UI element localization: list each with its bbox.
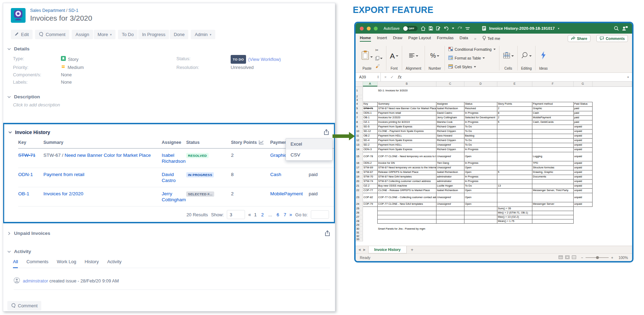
cell-points[interactable] xyxy=(497,193,532,202)
cell[interactable] xyxy=(573,206,592,211)
cell-assignee[interactable]: Unassigned xyxy=(436,152,464,161)
cell[interactable] xyxy=(573,238,592,241)
cell[interactable] xyxy=(363,227,377,231)
zoom-slider[interactable] xyxy=(586,257,609,258)
cell[interactable] xyxy=(363,238,377,241)
column-header-G[interactable]: G xyxy=(573,82,592,86)
cell-points[interactable] xyxy=(497,188,532,193)
cell[interactable] xyxy=(363,234,377,238)
cell[interactable] xyxy=(377,98,436,102)
cell[interactable] xyxy=(377,211,436,215)
ribbon-tab-insert[interactable]: Insert xyxy=(377,36,387,42)
payment-link[interactable]: Graphic xyxy=(270,153,287,158)
cell-summary[interactable]: Payment from Spate Express xyxy=(377,147,436,152)
cell[interactable] xyxy=(436,211,464,215)
row-header-14[interactable]: 14 xyxy=(356,147,363,152)
cell-paid[interactable]: paid xyxy=(573,111,592,115)
cell-status[interactable]: To Do xyxy=(464,138,497,143)
pagination-page-2[interactable]: 2 xyxy=(261,212,264,217)
cell-summary[interactable]: Buy new ODSS machine xyxy=(377,184,436,188)
cell[interactable] xyxy=(464,223,497,227)
cell-assignee[interactable]: Unassigned xyxy=(436,202,464,206)
cell-summary[interactable]: STW-67 Collecting customer contact addre… xyxy=(377,179,436,184)
cell-summary[interactable]: COP-77 CLONE - Need temporary vm access … xyxy=(377,152,436,161)
toolbar-button-done[interactable]: Done xyxy=(170,30,188,39)
cell[interactable] xyxy=(532,238,573,241)
cell-summary[interactable]: Payment from retail xyxy=(377,111,436,115)
ribbon-tab-home[interactable]: Home xyxy=(360,36,371,42)
activity-tab-history[interactable]: History xyxy=(85,259,99,265)
cell-payment[interactable]: Documents xyxy=(532,175,573,179)
cell-stat[interactable]: Mean() = 1.75 xyxy=(497,219,532,223)
cell-status[interactable]: To Do xyxy=(464,125,497,129)
cell-paid[interactable]: unpaid xyxy=(573,202,592,206)
cell-paid[interactable]: unpaid xyxy=(573,125,592,129)
footer-note-cell[interactable]: Smart Panels for Jira - Powered by mgm xyxy=(377,227,592,231)
cell[interactable] xyxy=(436,223,464,227)
cell-points[interactable]: 5 xyxy=(497,170,532,175)
details-section-header[interactable]: Details xyxy=(7,46,335,51)
activity-tab-comments[interactable]: Comments xyxy=(26,259,48,265)
summary-link[interactable]: Payment from retail xyxy=(43,172,84,177)
cell-points[interactable] xyxy=(497,175,532,179)
cell[interactable] xyxy=(377,231,436,235)
comments-button[interactable]: Comments xyxy=(596,35,628,42)
cell[interactable] xyxy=(363,86,377,95)
cut-icon[interactable]: ✂ xyxy=(375,48,383,52)
cell-payment[interactable] xyxy=(532,125,573,129)
cell-key[interactable]: OZ-1 xyxy=(363,120,377,125)
cell-summary[interactable]: Release GRPEPS to Market Place xyxy=(377,170,436,175)
cell-key[interactable]: SD-5 xyxy=(363,125,377,129)
comment-button[interactable]: Comment xyxy=(7,301,41,310)
cell[interactable] xyxy=(464,219,497,223)
cell-stat[interactable]: Sum() = 35 xyxy=(497,206,532,211)
row-header-24[interactable]: 24 xyxy=(356,202,363,206)
column-header-A[interactable]: A xyxy=(363,82,377,86)
cell-key[interactable]: STW-70 xyxy=(363,175,377,179)
cell-summary[interactable]: Invoices for 2/2020 xyxy=(377,115,436,120)
pagination-page-6[interactable]: 6 xyxy=(276,212,279,217)
cell-assignee[interactable]: Unassigned xyxy=(436,143,464,147)
cell-status[interactable]: Open xyxy=(464,170,497,175)
cell-summary[interactable]: Invoices printing for 8/2019 xyxy=(377,120,436,125)
cell[interactable] xyxy=(464,238,497,241)
header-cell[interactable]: Key xyxy=(363,102,377,106)
cell-stat[interactable]: Max() = 13 (OZ-2) xyxy=(497,215,532,219)
description-section-header[interactable]: Description xyxy=(7,94,335,99)
cell[interactable] xyxy=(573,234,592,238)
cell-summary[interactable]: STW-67 New DA4 templates xyxy=(377,175,436,179)
cell-points[interactable] xyxy=(497,147,532,152)
share-button[interactable]: Share xyxy=(568,35,590,42)
cell-summary[interactable]: CLONE - Release GRPEPS to Market Place xyxy=(377,188,436,193)
cell-status[interactable]: Open xyxy=(464,188,497,193)
row-header-28[interactable]: 28 xyxy=(356,219,363,223)
cell[interactable] xyxy=(464,211,497,215)
col-key[interactable]: Key xyxy=(18,140,43,146)
cell-payment[interactable] xyxy=(532,138,573,143)
row-header-16[interactable]: 16 xyxy=(356,161,363,166)
row-header-17[interactable]: 17 xyxy=(356,166,363,170)
cell-key[interactable]: ODN-2 xyxy=(363,161,377,166)
summary-link[interactable]: Invoices for 2/2020 xyxy=(43,191,83,196)
cell-points[interactable] xyxy=(497,152,532,161)
page-break-view-icon[interactable] xyxy=(572,255,576,260)
cell-points[interactable] xyxy=(497,125,532,129)
pagination-last[interactable]: » xyxy=(289,212,292,217)
cell-payment[interactable]: TPD xyxy=(532,161,573,166)
cell[interactable] xyxy=(464,215,497,219)
cell-status[interactable]: In Progress xyxy=(464,175,497,179)
toolbar-button-edit[interactable]: Edit xyxy=(11,30,33,39)
name-box[interactable]: A39 ▲▼ xyxy=(356,73,381,81)
cell-status[interactable]: Selected for Development xyxy=(464,115,497,120)
cell-status[interactable]: Open xyxy=(464,152,497,161)
cell[interactable] xyxy=(464,98,497,102)
cell[interactable] xyxy=(363,231,377,235)
view-workflow-link[interactable]: (View Workflow) xyxy=(248,56,281,63)
cancel-icon[interactable]: × xyxy=(384,75,386,79)
cell-paid[interactable]: unpaid xyxy=(573,188,592,193)
cell-assignee[interactable]: Richard Crippen xyxy=(436,125,464,129)
cell-points[interactable]: 13 xyxy=(497,184,532,188)
select-all-corner[interactable] xyxy=(356,82,363,86)
cell-points[interactable]: 8 xyxy=(497,111,532,115)
col-assignee[interactable]: Assignee xyxy=(162,140,186,146)
